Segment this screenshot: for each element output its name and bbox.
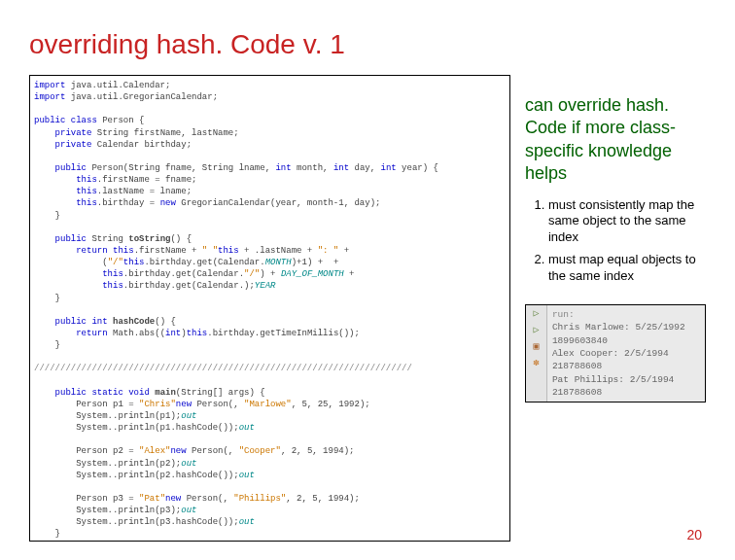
- right-column: can override hash. Code if more class-sp…: [525, 75, 706, 542]
- explanation-text: can override hash. Code if more class-sp…: [525, 94, 706, 186]
- run2-icon: ▷: [528, 324, 543, 337]
- rules-list: must consistently map the same object to…: [525, 197, 706, 291]
- content-row: import java.util.Calendar; import java.u…: [29, 75, 706, 542]
- settings-icon: ✽: [528, 357, 543, 370]
- code-block: import java.util.Calendar; import java.u…: [29, 75, 510, 542]
- page-number: 20: [686, 527, 702, 542]
- console-output: ▷ ▷ ▣ ✽ run: Chris Marlowe: 5/25/1992 18…: [525, 304, 706, 402]
- rule-item: must consistently map the same object to…: [548, 197, 706, 247]
- output-icon-strip: ▷ ▷ ▣ ✽: [526, 305, 547, 402]
- rule-item: must map equal objects to the same index: [548, 252, 706, 285]
- slide-title: overriding hash. Code v. 1: [29, 29, 706, 60]
- console-text: run: Chris Marlowe: 5/25/1992 1899603840…: [547, 305, 705, 402]
- stop-icon: ▣: [528, 340, 543, 354]
- run-icon: ▷: [528, 307, 543, 321]
